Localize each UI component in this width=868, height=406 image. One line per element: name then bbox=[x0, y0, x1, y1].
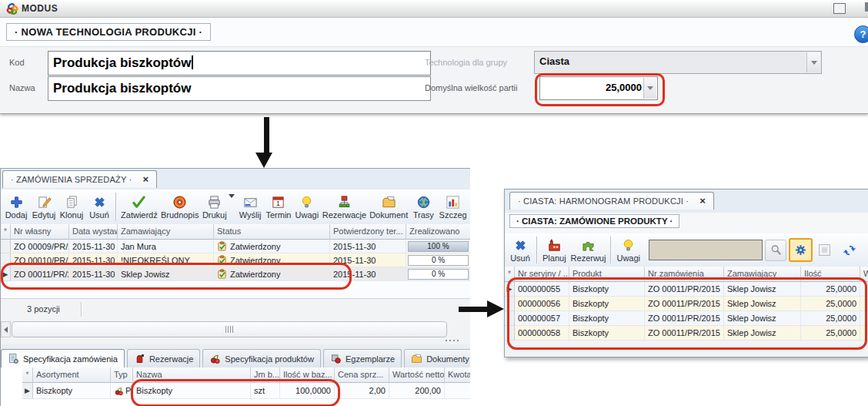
nazwa-input[interactable]: Produkcja biszkoptów bbox=[48, 76, 431, 101]
usun-label: Usuń bbox=[510, 253, 530, 263]
table-row[interactable]: 000000057 Biszkopty ZO 00011/PR/2015 Skl… bbox=[505, 311, 867, 326]
szczegoly-button[interactable]: Szczeg bbox=[437, 193, 469, 221]
col-header-termin[interactable]: Potwierdzony ter... bbox=[330, 224, 406, 240]
table-row[interactable]: ZO 00010/PR/2015 2015-11-30 !NIEOKREŚLON… bbox=[1, 253, 470, 267]
scroll-left-button[interactable] bbox=[1, 321, 11, 337]
settings-button[interactable] bbox=[789, 238, 813, 262]
edytuj-button[interactable]: Edytuj bbox=[30, 193, 58, 221]
kod-input[interactable]: Produkcja biszkoptów bbox=[48, 51, 431, 75]
table-row[interactable]: ZO 00009/PR/2015 2015-11-30 Jan Mura Zat… bbox=[1, 240, 470, 253]
tab-egzemplarze[interactable]: Egzemplarze bbox=[323, 349, 402, 367]
table-row-selected[interactable]: ▶ ZO 00011/PR/2015 2015-11-30 Sklep Jowi… bbox=[1, 267, 470, 281]
search-button[interactable] bbox=[765, 240, 786, 261]
col-header-typ[interactable]: Typ bbox=[111, 367, 133, 383]
col-header-status[interactable]: Status bbox=[214, 224, 330, 240]
tab-specyfikacja-zamowienia[interactable]: Specyfikacja zamówienia bbox=[1, 349, 125, 367]
splitter-grip-icon[interactable] bbox=[446, 340, 459, 341]
col-header-zamawiajacy[interactable]: Zamawiający bbox=[724, 267, 801, 282]
col-header-asortyment[interactable]: Asortyment bbox=[33, 367, 111, 383]
szczegoly-label: Szczeg bbox=[439, 210, 467, 220]
tab-close-icon[interactable]: × bbox=[142, 176, 149, 183]
col-header-wartosc[interactable]: Wartość netto bbox=[389, 367, 445, 383]
copy-icon bbox=[65, 194, 79, 210]
table-row-selected[interactable]: ▶ 000000055 Biszkopty ZO 00011/PR/2015 S… bbox=[505, 282, 867, 297]
rezerwuj-button[interactable]: Rezerwuj bbox=[569, 236, 609, 264]
row-marker-cell bbox=[505, 297, 515, 311]
grupa-dropdown[interactable]: Ciasta bbox=[534, 51, 822, 74]
uwagi-label: Uwagi bbox=[295, 210, 319, 220]
col-header-jm[interactable]: Jm b... bbox=[251, 367, 280, 383]
tab-specyfikacja-produktow[interactable]: Specyfikacja produktów bbox=[202, 349, 321, 367]
usun-button[interactable]: Usuń bbox=[506, 236, 534, 264]
klonuj-button[interactable]: Klonuj bbox=[58, 193, 85, 221]
col-header-ilosc[interactable]: Ilość w baz... bbox=[280, 367, 335, 383]
rezerwacje-button[interactable]: Rezerwacje bbox=[321, 193, 368, 221]
refresh-icon[interactable] bbox=[843, 243, 856, 257]
col-header-produkt[interactable]: Produkt bbox=[569, 267, 645, 282]
col-header-nazwa[interactable]: Nazwa bbox=[133, 367, 251, 383]
cell-zamawiajacy: Sklep Jowisz bbox=[724, 311, 801, 326]
partia-dropdown-arrow[interactable] bbox=[643, 78, 656, 99]
toolbar-checkbox[interactable] bbox=[819, 244, 830, 256]
text-caret bbox=[192, 55, 193, 69]
uwagi-button[interactable]: Uwagi bbox=[614, 236, 643, 264]
modus-logo-icon bbox=[6, 2, 19, 15]
schedule-panel-band: · CIASTA: ZAMÓWIONE PRODUKTY · bbox=[505, 213, 868, 233]
wyslij-button[interactable]: Wyślij bbox=[236, 193, 264, 221]
orders-statusbar: 3 pozycji bbox=[1, 298, 470, 320]
col-header-kwota[interactable]: Kwota bbox=[445, 367, 470, 383]
cell-produkt: Biszkopty bbox=[569, 311, 645, 326]
tab-rezerwacje[interactable]: Rezerwacje bbox=[127, 349, 200, 367]
schedule-grid-header: * Nr seryjny / ... Produkt Nr zamówienia… bbox=[505, 267, 867, 282]
uwagi-button[interactable]: Uwagi bbox=[293, 193, 321, 221]
dodaj-label: Dodaj bbox=[5, 210, 28, 220]
cell-asortyment: Biszkopty bbox=[33, 383, 111, 399]
trasy-button[interactable]: Trasy bbox=[409, 193, 437, 221]
zatwierdz-button[interactable]: Zatwierdź bbox=[119, 193, 159, 221]
bar-chart-icon bbox=[446, 194, 460, 210]
col-header-data[interactable]: Data wystaw... bbox=[69, 224, 118, 240]
restore-window-button[interactable] bbox=[833, 3, 846, 14]
grupa-dropdown-arrow[interactable] bbox=[806, 52, 820, 72]
scrollbar-thumb[interactable] bbox=[12, 321, 447, 337]
col-header-zrealizowano[interactable]: Zrealizowano bbox=[406, 224, 470, 240]
dodaj-button[interactable]: Dodaj bbox=[2, 193, 30, 221]
usun-button[interactable]: Usuń bbox=[85, 193, 113, 221]
col-header-zamawiajacy[interactable]: Zamawiający bbox=[118, 224, 214, 240]
drukuj-button[interactable]: Drukuj bbox=[200, 193, 229, 221]
drukuj-dropdown-icon[interactable] bbox=[229, 198, 235, 212]
table-row[interactable]: 000000056 Biszkopty ZO 00011/PR/2015 Skl… bbox=[505, 297, 867, 311]
tab-zamowienia-sprzedazy[interactable]: · ZAMÓWIENIA SPRZEDAŻY · × bbox=[2, 170, 157, 188]
cell-jm: szt bbox=[251, 383, 280, 399]
tab-harmonogram-produkcji[interactable]: · CIASTA: HARMONOGRAM PRODUKCJI · × bbox=[509, 192, 714, 210]
col-header-nr-zamowienia[interactable]: Nr zamówienia bbox=[645, 267, 724, 282]
horizontal-scrollbar[interactable] bbox=[1, 319, 470, 338]
search-input[interactable] bbox=[649, 240, 763, 260]
table-row[interactable]: 000000058 Biszkopty ZO 00011/PR/2015 Skl… bbox=[505, 326, 867, 341]
planuj-label: Planuj bbox=[542, 253, 566, 263]
product-cherries-icon bbox=[114, 386, 124, 396]
statusbar-separator bbox=[81, 302, 82, 317]
tab-close-icon[interactable]: × bbox=[699, 197, 706, 205]
table-row-selected[interactable]: ▶ Biszkopty P Biszkopty szt 100,0000 2,0… bbox=[22, 383, 470, 399]
edytuj-label: Edytuj bbox=[32, 210, 56, 220]
orders-grid-header: * Nr własny Data wystaw... Zamawiający S… bbox=[1, 224, 470, 240]
termin-button[interactable]: 1 Termin bbox=[264, 193, 293, 221]
help-button[interactable]: ? bbox=[854, 25, 868, 43]
col-header-nr-seryjny[interactable]: Nr seryjny / ... bbox=[515, 267, 569, 282]
close-window-button-partial[interactable] bbox=[865, 2, 868, 12]
col-header-w[interactable]: W bbox=[860, 267, 868, 282]
col-header-ilosc[interactable]: Ilość bbox=[801, 267, 860, 282]
progress-box: 0 % bbox=[408, 255, 469, 266]
col-header-cena[interactable]: Cena sprz... bbox=[335, 367, 389, 383]
col-header-nr-wlasny[interactable]: Nr własny bbox=[11, 224, 69, 240]
cell-zrealizowano: 0 % bbox=[406, 253, 470, 267]
record-count: 3 pozycji bbox=[27, 304, 60, 314]
tab-dokumenty[interactable]: Dokumenty po bbox=[404, 349, 470, 367]
folder-document-icon bbox=[382, 194, 396, 210]
partia-input[interactable]: 25,0000 bbox=[539, 76, 658, 100]
brudnopis-button[interactable]: Brudnopis bbox=[159, 193, 201, 221]
planuj-button[interactable]: Planuj bbox=[540, 236, 569, 264]
cell-nr-seryjny: 000000055 bbox=[515, 282, 569, 297]
dokument-button[interactable]: Dokument bbox=[368, 193, 409, 221]
